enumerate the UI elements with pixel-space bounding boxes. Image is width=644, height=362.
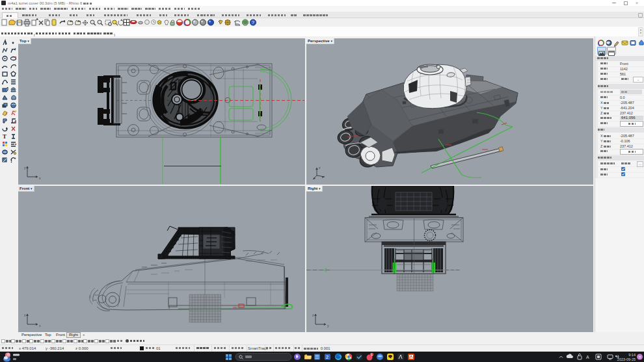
svg-text:x: x xyxy=(39,176,41,180)
svg-text:y: y xyxy=(24,166,26,170)
svg-text:y: y xyxy=(327,324,329,328)
svg-text:2023-09-25: 2023-09-25 xyxy=(617,357,636,361)
svg-text:9:14: 9:14 xyxy=(628,353,636,357)
svg-text:2: 2 xyxy=(326,355,329,359)
svg-text:z: z xyxy=(312,313,314,317)
svg-text:A: A xyxy=(586,355,589,359)
svg-text:z: z xyxy=(24,313,26,317)
svg-text:z: z xyxy=(319,166,321,170)
svg-text:x: x xyxy=(39,324,41,328)
svg-text:?: ? xyxy=(252,20,254,25)
svg-text:T: T xyxy=(3,133,7,140)
